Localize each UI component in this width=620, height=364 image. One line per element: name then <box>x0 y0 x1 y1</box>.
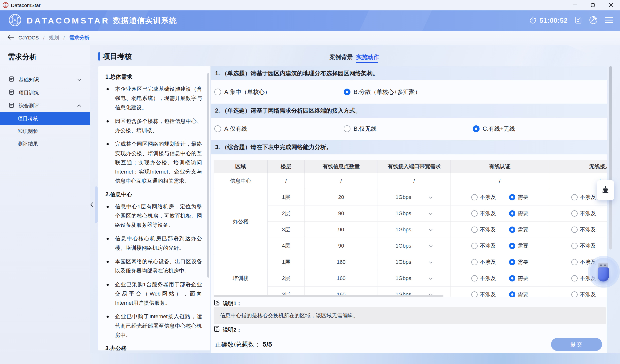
clear-tool-button[interactable] <box>597 180 614 200</box>
sidebar-subitem-evaluation-results[interactable]: 测评结果 <box>0 137 90 150</box>
radio-label: 需要 <box>518 291 528 297</box>
question-panel: 1. （单选题）请基于园区内建筑的地理分布选择园区网络架构。 A.集中（单核心）… <box>211 66 607 353</box>
tools-button[interactable] <box>589 16 598 25</box>
option-a[interactable]: A.集中（单核心） <box>214 88 271 96</box>
radio-unselected-icon[interactable] <box>571 243 578 249</box>
requirements-list: 1.总体需求本企业园区已完成基础设施建设（含强电、弱电系统），现需开展数字与信息… <box>98 66 210 350</box>
points-cell: 160 <box>305 270 378 287</box>
radio-selected-icon[interactable] <box>509 227 515 233</box>
exam-timer: 51:00:52 <box>529 16 568 25</box>
column-header: 有线信息点数量 <box>305 160 378 173</box>
auth-option[interactable]: 需要 <box>509 275 528 282</box>
bandwidth-select[interactable]: 1Gbps <box>378 210 450 217</box>
usb-device-widget[interactable] <box>590 258 618 286</box>
bandwidth-select[interactable]: 1Gbps <box>378 194 450 200</box>
radio-selected-icon[interactable] <box>509 194 515 200</box>
auth-option[interactable]: 不涉及 <box>471 275 496 282</box>
sidebar-item-basic-knowledge[interactable]: 基础知识 <box>0 73 90 86</box>
close-button[interactable] <box>602 0 620 10</box>
column-header: 楼层 <box>268 160 305 173</box>
footer-decoration <box>90 353 620 364</box>
requirements-scrollbar[interactable] <box>207 73 209 278</box>
auth-option[interactable]: 不涉及 <box>471 226 496 233</box>
radio-selected-icon[interactable] <box>509 275 515 281</box>
auth-option[interactable]: 需要 <box>509 226 528 233</box>
radio-selected-icon[interactable] <box>509 259 515 265</box>
auth-option[interactable]: 需要 <box>509 194 528 201</box>
radio-unselected-icon[interactable] <box>571 291 578 297</box>
wireless-option[interactable]: 不涉及 <box>571 291 596 297</box>
radio-unselected-icon[interactable] <box>471 194 478 200</box>
table-horizontal-scrollbar[interactable] <box>214 295 443 297</box>
auth-option[interactable]: 不涉及 <box>471 258 496 266</box>
wireless-option[interactable]: 不涉及 <box>571 194 596 201</box>
wireless-radio-group: 不涉及需要 <box>549 226 607 233</box>
bandwidth-select[interactable]: 1Gbps <box>378 275 450 281</box>
page-vertical-scrollbar[interactable] <box>609 66 612 250</box>
wireless-option[interactable]: 不涉及 <box>571 210 596 217</box>
radio-selected-icon[interactable] <box>509 243 515 249</box>
wireless-option[interactable]: 不涉及 <box>571 226 596 233</box>
radio-unselected-icon[interactable] <box>571 210 578 217</box>
option-b[interactable]: B.分散（单核心+多汇聚） <box>344 88 421 96</box>
auth-option[interactable]: 需要 <box>509 258 528 266</box>
radio-unselected-icon[interactable] <box>214 125 221 132</box>
bandwidth-cell: / <box>378 173 451 189</box>
wireless-option[interactable]: 不涉及 <box>571 242 596 250</box>
radio-selected-icon[interactable] <box>509 291 515 297</box>
radio-unselected-icon[interactable] <box>344 125 350 132</box>
bandwidth-select[interactable]: 1Gbps <box>378 227 450 233</box>
option-c[interactable]: C.有线+无线 <box>473 125 515 133</box>
requirement-bullet: 本企业园区已完成基础设施建设（含强电、弱电系统），现需开展数字与信息化建设。 <box>105 84 202 112</box>
auth-option[interactable]: 不涉及 <box>471 291 496 297</box>
minimize-button[interactable] <box>566 0 584 10</box>
table-row: 4层901Gbps不涉及需要不涉及需要 <box>214 238 607 254</box>
radio-unselected-icon[interactable] <box>471 291 478 297</box>
points-cell: / <box>305 173 378 189</box>
option-b[interactable]: B.仅无线 <box>344 125 377 133</box>
auth-option[interactable]: 不涉及 <box>471 210 496 217</box>
radio-unselected-icon[interactable] <box>471 275 478 281</box>
option-a[interactable]: A.仅有线 <box>214 125 247 133</box>
radio-unselected-icon[interactable] <box>471 227 478 233</box>
radio-selected-icon[interactable] <box>473 125 480 132</box>
report-button[interactable] <box>574 16 582 25</box>
auth-option[interactable]: 需要 <box>509 291 528 297</box>
column-header: 有线认证 <box>451 160 549 173</box>
radio-selected-icon[interactable] <box>344 89 350 95</box>
sidebar-subitem-knowledge-quiz[interactable]: 知识测验 <box>0 125 90 137</box>
radio-unselected-icon[interactable] <box>471 243 478 249</box>
sidebar-subitem-project-assessment[interactable]: 项目考核 <box>0 112 90 125</box>
radio-unselected-icon[interactable] <box>571 275 578 281</box>
auth-option[interactable]: 需要 <box>509 210 528 217</box>
bandwidth-select[interactable]: 1Gbps <box>378 243 450 249</box>
bandwidth-select[interactable]: 1Gbps <box>378 259 450 265</box>
auth-option[interactable]: 不涉及 <box>471 194 496 201</box>
radio-unselected-icon[interactable] <box>571 227 578 233</box>
breadcrumb-item[interactable]: CJYDCS <box>18 35 39 41</box>
panel-collapse-handle[interactable] <box>95 186 98 223</box>
header-actions: 51:00:52 <box>529 10 613 31</box>
tab-case-background[interactable]: 案例背景 <box>329 53 353 61</box>
restore-button[interactable] <box>584 0 602 10</box>
question-2-options: A.仅有线 B.仅无线 C.有线+无线 <box>211 118 607 140</box>
sidebar-item-project-training[interactable]: 项目训练 <box>0 86 90 99</box>
sidebar-item-comprehensive-evaluation[interactable]: 综合测评 <box>0 99 90 112</box>
radio-unselected-icon[interactable] <box>571 194 578 200</box>
brand-name: DATACOMSTAR <box>27 16 110 25</box>
auth-cell: 不涉及需要 <box>451 238 549 254</box>
radio-unselected-icon[interactable] <box>471 210 478 217</box>
auth-option[interactable]: 需要 <box>509 242 528 250</box>
menu-button[interactable] <box>604 16 613 25</box>
radio-unselected-icon[interactable] <box>571 259 578 265</box>
back-button[interactable] <box>7 34 14 41</box>
breadcrumb-item[interactable]: 规划 <box>49 34 59 41</box>
tab-implementation-actions[interactable]: 实施动作 <box>356 53 379 61</box>
auth-option[interactable]: 不涉及 <box>471 242 496 250</box>
radio-selected-icon[interactable] <box>509 210 515 217</box>
radio-label: 需要 <box>518 275 528 282</box>
radio-unselected-icon[interactable] <box>214 89 221 95</box>
radio-unselected-icon[interactable] <box>471 259 478 265</box>
points-cell: 90 <box>305 222 378 238</box>
submit-button[interactable]: 提交 <box>551 338 602 351</box>
